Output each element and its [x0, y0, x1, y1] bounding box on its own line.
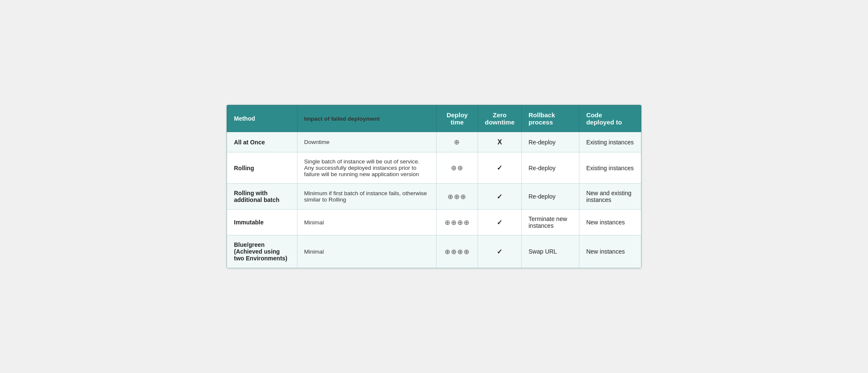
cell-zero-downtime: ✓ — [478, 184, 521, 210]
cell-code-deployed: Existing instances — [579, 132, 641, 152]
deployment-comparison-table: Method Impact of failed deployment Deplo… — [226, 105, 642, 268]
cell-impact: Minimal — [297, 235, 437, 268]
table-header-row: Method Impact of failed deployment Deplo… — [227, 105, 641, 132]
cell-zero-downtime: ✓ — [478, 152, 521, 184]
cell-code-deployed: New instances — [579, 210, 641, 235]
clock-icon: ⊕⊕⊕⊕ — [445, 248, 470, 256]
header-method: Method — [227, 105, 298, 132]
cell-code-deployed: New instances — [579, 235, 641, 268]
cell-deploy-time: ⊕⊕⊕ — [437, 184, 478, 210]
check-icon: ✓ — [497, 193, 502, 200]
cell-code-deployed: Existing instances — [579, 152, 641, 184]
check-icon: ✓ — [497, 164, 502, 171]
cell-zero-downtime: X — [478, 132, 521, 152]
header-zero-downtime: Zerodowntime — [478, 105, 521, 132]
cell-deploy-time: ⊕⊕ — [437, 152, 478, 184]
cell-rollback: Swap URL — [521, 235, 579, 268]
cell-impact: Minimum if first batch of instance fails… — [297, 184, 437, 210]
cell-deploy-time: ⊕⊕⊕⊕ — [437, 235, 478, 268]
cell-method: All at Once — [227, 132, 298, 152]
cell-method: Rolling with additional batch — [227, 184, 298, 210]
cell-rollback: Terminate new instances — [521, 210, 579, 235]
cell-zero-downtime: ✓ — [478, 210, 521, 235]
cell-rollback: Re-deploy — [521, 184, 579, 210]
header-impact: Impact of failed deployment — [297, 105, 437, 132]
table-row: ImmutableMinimal⊕⊕⊕⊕✓Terminate new insta… — [227, 210, 641, 235]
header-rollback: Rollbackprocess — [521, 105, 579, 132]
cell-zero-downtime: ✓ — [478, 235, 521, 268]
cell-method: Immutable — [227, 210, 298, 235]
table-row: All at OnceDowntime⊕XRe-deployExisting i… — [227, 132, 641, 152]
cell-impact: Downtime — [297, 132, 437, 152]
header-code-deployed: Codedeployed to — [579, 105, 641, 132]
cell-impact: Single batch of instance will be out of … — [297, 152, 437, 184]
cell-method: Rolling — [227, 152, 298, 184]
cell-deploy-time: ⊕ — [437, 132, 478, 152]
cell-deploy-time: ⊕⊕⊕⊕ — [437, 210, 478, 235]
table-row: Blue/green (Achieved using two Environme… — [227, 235, 641, 268]
check-icon: ✓ — [497, 248, 502, 255]
cell-code-deployed: New and existing instances — [579, 184, 641, 210]
clock-icon: ⊕⊕ — [451, 164, 464, 172]
clock-icon: ⊕⊕⊕ — [448, 193, 467, 201]
clock-icon: ⊕ — [454, 138, 460, 146]
cell-rollback: Re-deploy — [521, 152, 579, 184]
table-row: Rolling with additional batchMinimum if … — [227, 184, 641, 210]
x-icon: X — [498, 138, 502, 146]
cell-impact: Minimal — [297, 210, 437, 235]
cell-rollback: Re-deploy — [521, 132, 579, 152]
check-icon: ✓ — [497, 219, 502, 226]
table-row: RollingSingle batch of instance will be … — [227, 152, 641, 184]
cell-method: Blue/green (Achieved using two Environme… — [227, 235, 298, 268]
clock-icon: ⊕⊕⊕⊕ — [445, 218, 470, 227]
header-deploy-time: Deploytime — [437, 105, 478, 132]
